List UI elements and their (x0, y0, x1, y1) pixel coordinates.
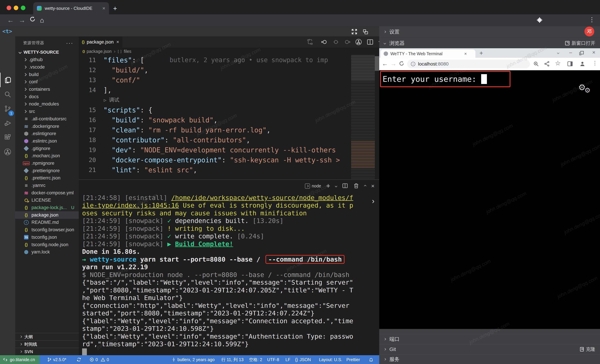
run-debug-icon[interactable] (0, 116, 15, 130)
new-terminal-icon[interactable]: + (326, 182, 330, 190)
embedded-restore-icon[interactable] (580, 51, 584, 55)
open-changes-icon[interactable] (306, 38, 314, 46)
embedded-profile-icon[interactable] (579, 61, 585, 67)
workspace-root-item[interactable]: WETTY-SOURCE (15, 48, 79, 56)
panel-tab[interactable] (82, 181, 92, 186)
file-item[interactable]: .yarnrc (15, 182, 79, 189)
file-item[interactable]: .eslintignore (15, 130, 79, 138)
sidebar-section-header[interactable]: 大纲 (15, 333, 79, 340)
embedded-reload-icon[interactable] (399, 60, 405, 68)
file-item[interactable]: tsconfig.browser.json (15, 226, 79, 234)
file-item[interactable]: .all-contributorsrc (15, 115, 79, 123)
file-item[interactable]: .mocharc.json (15, 152, 79, 160)
file-item[interactable]: package-lock.js... U (15, 204, 79, 211)
current-change-icon[interactable] (332, 38, 339, 46)
cursor-position[interactable]: 行 11, 列 13 (221, 355, 244, 364)
forward-icon[interactable]: → (19, 16, 25, 24)
breadcrumb[interactable]: {} package.json › [ ] files (79, 47, 379, 55)
kill-terminal-trash-icon[interactable] (353, 183, 359, 189)
language-status[interactable]: {} JSON (295, 355, 311, 364)
embedded-share-icon[interactable] (544, 61, 550, 67)
editor-tab[interactable]: {} package.json × (79, 37, 122, 47)
new-tab-button[interactable]: + (113, 5, 117, 12)
folder-item[interactable]: node_modules (15, 100, 79, 108)
embedded-new-tab-icon[interactable]: + (479, 50, 483, 57)
browser-tab[interactable]: wetty-source - CloudIDE × (33, 2, 109, 14)
tab-close-icon[interactable]: × (102, 5, 105, 11)
keyboard-layout-status[interactable]: Layout: U.S. (319, 355, 342, 364)
file-item[interactable]: LICENSE (15, 196, 79, 204)
formatter-status[interactable]: Prettier (347, 355, 360, 364)
file-item[interactable]: .prettierrc.json (15, 174, 79, 182)
reload-icon[interactable] (29, 16, 36, 24)
indent-status[interactable]: 空格: 2 (249, 355, 262, 364)
blame-status[interactable]: butlerx, 2 years ago (171, 355, 215, 364)
embedded-menu-kebab-icon[interactable]: ⋮ (592, 60, 598, 66)
svn-icon[interactable] (0, 145, 15, 159)
debug-codelens[interactable]: 调试 (104, 96, 119, 103)
file-item[interactable]: .prettierignore (15, 167, 79, 174)
shell-selector[interactable]: node (305, 184, 321, 189)
remote-indicator[interactable]: go.titanide.cn (0, 355, 39, 364)
embedded-bookmark-star-icon[interactable]: ☆ (555, 59, 561, 67)
folder-item[interactable]: containers (15, 86, 79, 93)
folder-item[interactable]: src (15, 108, 79, 115)
file-item[interactable]: .npmignore (15, 160, 79, 167)
panel-tab[interactable] (92, 181, 101, 186)
embedded-dropdown-chevron-icon[interactable] (557, 51, 559, 54)
ide-logo[interactable]: <t> (2, 28, 12, 35)
folder-item[interactable]: build (15, 71, 79, 78)
file-item[interactable]: tsconfig.node.json (15, 241, 79, 248)
editor-tab-close-icon[interactable]: × (116, 39, 119, 45)
zoom-icon[interactable] (533, 61, 539, 67)
sidebar-section-header[interactable]: SVN (15, 348, 79, 355)
code-area[interactable]: 11 "files": [ butlerx, 2 years ago • use… (79, 55, 379, 175)
user-avatar-badge[interactable]: 邓 (584, 27, 594, 37)
embedded-browser-tab[interactable]: WeTTY - The Web Terminal × (381, 50, 475, 58)
embedded-back-icon[interactable]: ← (382, 60, 388, 67)
git-branch-status[interactable]: v2.5.0* (47, 355, 66, 364)
open-new-window-button[interactable]: 新窗口打开 (565, 40, 595, 47)
file-item[interactable]: README.md (15, 219, 79, 226)
wetty-settings-gears-icon[interactable]: ⚙⚙ (578, 83, 592, 92)
wetty-terminal[interactable]: Enter your username: ⚙⚙ (379, 70, 600, 329)
window-zoom-button[interactable] (21, 6, 25, 10)
embedded-forward-icon[interactable]: → (390, 60, 396, 67)
sync-status[interactable] (76, 355, 83, 364)
explorer-icon[interactable] (0, 73, 15, 87)
browser-section-header[interactable]: 浏览器 新窗口打开 (379, 38, 600, 48)
editor-more-actions-icon[interactable]: ··· (378, 38, 379, 44)
problems-status[interactable]: 0 0 (89, 355, 109, 364)
panel-tab[interactable] (111, 181, 120, 186)
terminal-dropdown-icon[interactable] (335, 185, 337, 187)
extensions-icon[interactable] (0, 130, 15, 145)
embedded-url-bar[interactable]: i localhost :8080 (407, 60, 530, 68)
file-item[interactable]: tsconfig.json (15, 234, 79, 241)
folder-item[interactable]: docs (15, 93, 79, 100)
fullscreen-icon[interactable] (351, 29, 357, 35)
folder-item[interactable]: .vscode (15, 64, 79, 71)
panel-edge-chevron-icon[interactable]: › (372, 197, 375, 205)
ports-section-header[interactable]: 端口 (379, 334, 600, 344)
file-item[interactable]: .gitignore (15, 145, 79, 152)
services-section-header[interactable]: 服务 (379, 354, 600, 364)
embedded-tab-close-icon[interactable]: × (464, 51, 467, 56)
file-item[interactable]: .eslintrc.json (15, 138, 79, 145)
breadcrumb-node[interactable]: files (124, 49, 131, 54)
file-item[interactable]: .dockerignore (15, 122, 79, 130)
sidebar-section-header[interactable]: 时间线 (15, 340, 79, 348)
extensions-puzzle-icon[interactable] (536, 17, 543, 25)
next-change-icon[interactable] (344, 38, 351, 46)
back-icon[interactable]: ← (7, 16, 14, 24)
search-icon[interactable] (0, 87, 15, 102)
encoding-status[interactable]: UTF-8 (267, 355, 279, 364)
editor-scrollbar[interactable] (375, 56, 379, 71)
file-item[interactable]: docker-compose.yml (15, 189, 79, 196)
git-section-header[interactable]: Git 克隆 (379, 344, 600, 354)
sidebar-more-icon[interactable]: ··· (66, 40, 73, 46)
folder-item[interactable]: .github (15, 56, 79, 64)
embedded-close-icon[interactable]: × (592, 49, 595, 56)
embedded-side-panel-icon[interactable] (568, 61, 572, 67)
settings-section-header[interactable]: 设置 (379, 26, 600, 38)
browser-menu-kebab-icon[interactable]: ⋮ (589, 16, 595, 23)
